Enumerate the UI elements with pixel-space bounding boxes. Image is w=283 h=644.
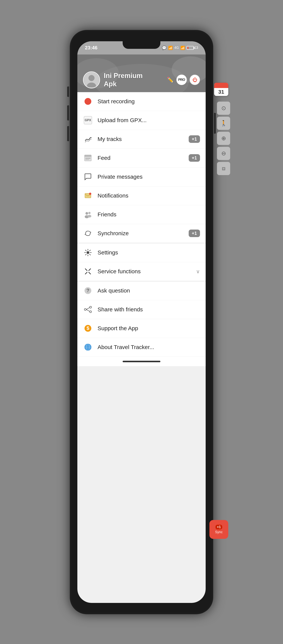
chevron-down-icon: ∨: [196, 268, 200, 274]
start-recording-label: Start recording: [98, 98, 200, 104]
power-button: [214, 113, 216, 134]
sync-badge: +1: [215, 525, 222, 530]
menu-item-service-functions[interactable]: Service functions ∨: [77, 262, 206, 281]
svg-point-17: [87, 270, 89, 272]
svg-point-12: [88, 215, 91, 218]
menu-item-private-messages[interactable]: Private messages: [77, 168, 206, 186]
layers-button[interactable]: ⧈: [217, 162, 230, 175]
pro-label: PRO: [178, 78, 185, 82]
synchronize-label: Synchronize: [98, 230, 184, 236]
message-icon: [83, 172, 93, 182]
settings-icon: [83, 248, 93, 258]
svg-point-22: [84, 308, 86, 310]
notification-icon: [83, 191, 93, 200]
home-bar: [123, 361, 160, 362]
menu-item-feed[interactable]: Feed +1: [77, 149, 206, 168]
menu-item-about[interactable]: About Travel Tracker...: [77, 338, 206, 357]
power-toggle-button[interactable]: ⏻: [190, 75, 200, 85]
notch: [123, 41, 160, 49]
battery-fill: [187, 47, 188, 49]
edit-icon[interactable]: ✏️: [167, 77, 174, 83]
svg-point-20: [90, 306, 92, 308]
service-functions-label: Service functions: [98, 268, 191, 274]
tracks-icon: [83, 134, 93, 144]
battery-body: [187, 46, 194, 50]
my-tracks-label: My tracks: [98, 136, 184, 142]
feed-label: Feed: [98, 155, 184, 161]
menu-item-support[interactable]: $ Support the App: [77, 319, 206, 338]
sync-floating-button[interactable]: +1 Sync: [209, 520, 228, 539]
share-icon: [83, 304, 93, 314]
header-area: Ini Premium Apk ✏️ PRO ⏻: [77, 54, 206, 92]
4g-icon: 4G: [174, 46, 179, 50]
feed-badge: +1: [189, 154, 200, 162]
menu-item-settings[interactable]: Settings: [77, 243, 206, 262]
synchronize-badge: +1: [189, 230, 200, 237]
header-title-group: Ini Premium Apk: [104, 72, 163, 88]
zoom-out-button[interactable]: ⊖: [217, 147, 230, 160]
svg-line-24: [86, 310, 90, 311]
avatar[interactable]: [83, 72, 100, 88]
silent-button: [67, 86, 69, 97]
about-label: About Travel Tracker...: [98, 344, 200, 350]
notifications-label: Notifications: [98, 192, 200, 199]
private-messages-label: Private messages: [98, 174, 200, 180]
locate-button[interactable]: ⊙: [217, 102, 230, 115]
svg-point-1: [89, 75, 95, 81]
volume-down-button: [67, 126, 69, 141]
status-bar: 23:46 💬 📶 4G 📶 13: [77, 41, 206, 54]
calendar-day: 31: [214, 88, 228, 96]
share-friends-label: Share with friends: [98, 306, 200, 313]
svg-rect-5: [85, 158, 91, 158]
menu-item-friends[interactable]: Friends: [77, 205, 206, 224]
status-time: 23:46: [85, 45, 98, 51]
right-panel: ⊙ 🚶 ⊕ ⊖ ⧈: [217, 102, 230, 175]
svg-point-21: [90, 311, 92, 313]
svg-point-8: [89, 192, 91, 195]
menu-item-my-tracks[interactable]: My tracks +1: [77, 130, 206, 149]
menu-item-notifications[interactable]: Notifications: [77, 186, 206, 205]
gpx-icon: GPX: [83, 115, 93, 125]
svg-text:$: $: [87, 325, 89, 331]
feed-icon: [83, 153, 93, 163]
signal-icon: 📶: [168, 46, 173, 50]
phone-frame: 31 ⊙ 🚶 ⊕ ⊖ ⧈ +1 Sync 23:46 💬 📶 4G 📶: [70, 30, 213, 614]
menu-item-ask-question[interactable]: ? Ask question: [77, 282, 206, 300]
battery-percent: 13: [194, 46, 198, 50]
pro-badge[interactable]: PRO: [176, 75, 187, 85]
dollar-icon: $: [83, 324, 93, 333]
zoom-in-button[interactable]: ⊕: [217, 132, 230, 145]
upload-gpx-label: Upload from GPX...: [98, 117, 200, 124]
support-app-label: Support the App: [98, 325, 200, 332]
walk-button[interactable]: 🚶: [217, 117, 230, 130]
status-icons: 💬 📶 4G 📶 13: [162, 46, 198, 50]
svg-point-14: [87, 252, 89, 253]
power-icon: ⏻: [192, 77, 197, 83]
home-indicator[interactable]: [77, 357, 206, 366]
globe-icon: [83, 342, 93, 352]
svg-point-11: [88, 212, 91, 214]
question-icon: ?: [83, 286, 93, 296]
svg-line-23: [86, 308, 90, 310]
sync-icon: [83, 228, 93, 238]
tools-icon: [83, 266, 93, 276]
menu-item-upload-gpx[interactable]: GPX Upload from GPX...: [77, 111, 206, 130]
header-actions: ✏️ PRO ⏻: [167, 75, 200, 85]
menu-item-synchronize[interactable]: Synchronize +1: [77, 224, 206, 243]
header-content: Ini Premium Apk ✏️ PRO ⏻: [77, 72, 206, 88]
calendar-widget[interactable]: 31: [214, 83, 228, 96]
volume-up-button: [67, 105, 69, 120]
app-title: Ini Premium Apk: [104, 72, 163, 88]
menu-item-start-recording[interactable]: Start recording: [77, 92, 206, 111]
friends-icon: [83, 210, 93, 220]
menu-container: Start recording GPX Upload from GPX... M…: [77, 92, 206, 357]
menu-item-share[interactable]: Share with friends: [77, 300, 206, 319]
settings-label: Settings: [98, 249, 200, 256]
battery-icon: 13: [187, 46, 198, 50]
phone-screen: 23:46 💬 📶 4G 📶 13: [77, 41, 206, 603]
calendar-header: [214, 83, 228, 88]
ask-question-label: Ask question: [98, 288, 200, 294]
friends-label: Friends: [98, 211, 200, 218]
svg-point-9: [86, 212, 88, 215]
my-tracks-badge: +1: [189, 135, 200, 143]
